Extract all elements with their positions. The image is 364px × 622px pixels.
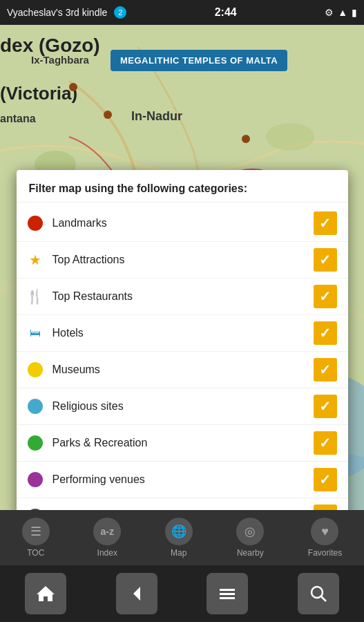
top-attractions-label: Top Attractions (52, 254, 314, 266)
landmarks-label: Landmarks (52, 217, 314, 229)
nav-item-toc[interactable]: ☰ TOC (22, 518, 50, 558)
religious-sites-icon (28, 399, 43, 414)
top-restaurants-icon: 🍴 (28, 289, 43, 304)
notification-badge: 2 (114, 6, 126, 19)
hotels-label: Hotels (52, 327, 314, 339)
status-bar: Vyacheslav's 3rd kindle 2 2:44 ⚙ ▲ ▮ (0, 0, 364, 25)
top-restaurants-checkbox[interactable]: ✓ (314, 285, 337, 308)
svg-rect-10 (220, 597, 235, 599)
home-button[interactable] (25, 573, 66, 614)
nav-item-map[interactable]: 🌐 Map (165, 518, 193, 558)
parks-recreation-checkbox[interactable]: ✓ (314, 431, 337, 455)
status-bar-time: 2:44 (215, 6, 237, 19)
status-bar-left: Vyacheslav's 3rd kindle 2 (7, 6, 126, 19)
category-item-top-restaurants[interactable]: 🍴 Top Restaurants ✓ (17, 279, 348, 315)
checkmark: ✓ (319, 325, 331, 341)
home-bar (0, 565, 364, 622)
checkmark: ✓ (319, 471, 331, 488)
index-icon: a-z (93, 518, 121, 545)
performing-venues-icon (28, 472, 43, 487)
toc-label: TOC (27, 548, 44, 558)
svg-rect-9 (220, 593, 235, 595)
index-label: Index (97, 548, 117, 558)
nav-item-favorites[interactable]: ♥ Favorites (308, 518, 342, 558)
performing-venues-checkbox[interactable]: ✓ (314, 468, 337, 491)
category-list: Landmarks ✓ ★ Top Attractions ✓ 🍴 (17, 202, 348, 537)
category-item-religious-sites[interactable]: Religious sites ✓ (17, 388, 348, 425)
back-icon (126, 583, 147, 604)
category-item-performing-venues[interactable]: Performing venues ✓ (17, 462, 348, 498)
checkmark: ✓ (319, 252, 331, 268)
nearby-label: Nearby (237, 548, 264, 558)
religious-sites-label: Religious sites (52, 400, 314, 413)
top-restaurants-label: Top Restaurants (52, 290, 314, 303)
nav-item-nearby[interactable]: ◎ Nearby (236, 518, 264, 558)
category-item-landmarks[interactable]: Landmarks ✓ (17, 205, 348, 242)
wifi-icon: ▲ (338, 7, 347, 18)
favorites-label: Favorites (308, 548, 342, 558)
gear-icon: ⚙ (325, 7, 334, 18)
parks-recreation-label: Parks & Recreation (52, 437, 314, 449)
category-item-parks-recreation[interactable]: Parks & Recreation ✓ (17, 425, 348, 462)
hotels-checkbox[interactable]: ✓ (314, 321, 337, 345)
checkmark: ✓ (319, 435, 331, 451)
svg-rect-8 (220, 589, 235, 591)
favorites-icon: ♥ (311, 518, 338, 545)
museums-label: Museums (52, 364, 314, 376)
performing-venues-label: Performing venues (52, 473, 314, 486)
menu-icon (217, 583, 238, 604)
checkmark: ✓ (319, 361, 331, 378)
back-button[interactable] (116, 573, 157, 614)
home-icon (35, 583, 56, 604)
menu-button[interactable] (207, 573, 248, 614)
app-name: Vyacheslav's 3rd kindle (7, 7, 107, 18)
checkmark: ✓ (319, 215, 331, 232)
museums-icon (28, 362, 43, 377)
museums-checkbox[interactable]: ✓ (314, 358, 337, 381)
dialog-backdrop: Filter map using the following categorie… (0, 25, 364, 539)
nav-item-index[interactable]: a-z Index (93, 518, 121, 558)
checkmark: ✓ (319, 398, 331, 415)
toc-icon: ☰ (22, 518, 50, 545)
dialog-title: Filter map using the following categorie… (17, 170, 348, 202)
bottom-nav: ☰ TOC a-z Index 🌐 Map ◎ Nearby ♥ Favorit… (0, 510, 364, 565)
status-bar-icons: ⚙ ▲ ▮ (325, 7, 357, 18)
nearby-icon: ◎ (236, 518, 264, 545)
svg-line-12 (321, 596, 326, 601)
landmarks-checkbox[interactable]: ✓ (314, 211, 337, 235)
parks-recreation-icon (28, 435, 43, 451)
map-icon: 🌐 (165, 518, 193, 545)
religious-sites-checkbox[interactable]: ✓ (314, 395, 337, 418)
hotels-icon: 🛏 (28, 326, 43, 341)
category-item-hotels[interactable]: 🛏 Hotels ✓ (17, 315, 348, 352)
landmarks-icon (28, 216, 43, 231)
svg-point-11 (312, 587, 323, 598)
checkmark: ✓ (319, 288, 331, 305)
svg-marker-6 (37, 586, 55, 601)
svg-marker-7 (133, 587, 140, 601)
search-button[interactable] (298, 573, 339, 614)
battery-icon: ▮ (352, 7, 357, 18)
top-attractions-icon: ★ (28, 252, 43, 267)
top-attractions-checkbox[interactable]: ✓ (314, 248, 337, 272)
category-item-museums[interactable]: Museums ✓ (17, 352, 348, 388)
category-item-top-attractions[interactable]: ★ Top Attractions ✓ (17, 242, 348, 279)
map-label: Map (171, 548, 186, 558)
search-icon (308, 583, 329, 604)
